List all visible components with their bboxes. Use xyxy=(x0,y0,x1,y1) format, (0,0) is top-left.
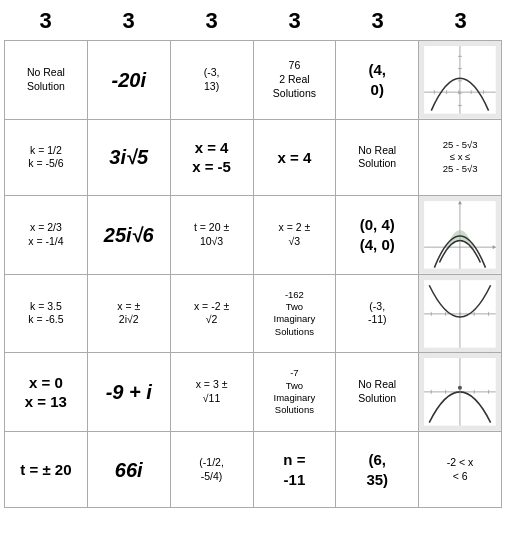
cell-r4-c5 xyxy=(419,353,502,432)
cell-text-r2-c0: x = 2/3 x = -1/4 xyxy=(28,221,63,248)
cell-text-r0-c1: -20i xyxy=(112,67,146,93)
cell-text-r1-c1: 3i√5 xyxy=(109,144,148,170)
cell-text-r3-c1: x = ± 2i√2 xyxy=(117,300,140,327)
cell-r2-c4: (0, 4) (4, 0) xyxy=(336,196,419,275)
cell-r3-c0: k = 3.5 k = -6.5 xyxy=(5,275,88,354)
cell-r2-c2: t = 20 ± 10√3 xyxy=(171,196,254,275)
cell-r1-c0: k = 1/2 k = -5/6 xyxy=(5,120,88,196)
cell-r3-c4: (-3, -11) xyxy=(336,275,419,354)
cell-r1-c4: No Real Solution xyxy=(336,120,419,196)
cell-r5-c2: (-1/2, -5/4) xyxy=(171,432,254,508)
bingo-card: 333333 No Real Solution-20i(-3, 13)76 2 … xyxy=(0,0,506,512)
cell-r4-c0: x = 0 x = 13 xyxy=(5,353,88,432)
cell-r2-c1: 25i√6 xyxy=(88,196,171,275)
cell-text-r4-c4: No Real Solution xyxy=(358,378,396,405)
cell-text-r5-c1: 66i xyxy=(115,457,143,483)
cell-text-r3-c2: x = -2 ± √2 xyxy=(194,300,229,327)
cell-r0-c1: -20i xyxy=(88,41,171,120)
cell-text-r5-c2: (-1/2, -5/4) xyxy=(199,456,224,483)
cell-r4-c3: -7 Two Imaginary Solutions xyxy=(254,353,337,432)
cell-r4-c4: No Real Solution xyxy=(336,353,419,432)
cell-r0-c0: No Real Solution xyxy=(5,41,88,120)
svg-point-38 xyxy=(458,386,462,390)
cell-text-r2-c2: t = 20 ± 10√3 xyxy=(194,221,229,248)
cell-r4-c2: x = 3 ± √11 xyxy=(171,353,254,432)
header-3: 3 xyxy=(253,6,336,36)
cell-r5-c0: t = ± 20 xyxy=(5,432,88,508)
cell-text-r3-c3: -162 Two Imaginary Solutions xyxy=(274,289,316,338)
cell-text-r4-c0: x = 0 x = 13 xyxy=(25,373,67,412)
cell-r5-c1: 66i xyxy=(88,432,171,508)
cell-text-r5-c5: -2 < x < 6 xyxy=(447,456,474,483)
cell-text-r1-c3: x = 4 xyxy=(278,148,312,168)
cell-text-r2-c3: x = 2 ± √3 xyxy=(279,221,311,248)
cell-r5-c4: (6, 35) xyxy=(336,432,419,508)
cell-r2-c0: x = 2/3 x = -1/4 xyxy=(5,196,88,275)
cell-r4-c1: -9 + i xyxy=(88,353,171,432)
cell-r1-c1: 3i√5 xyxy=(88,120,171,196)
header-5: 3 xyxy=(419,6,502,36)
cell-text-r1-c4: No Real Solution xyxy=(358,144,396,171)
cell-r0-c5 xyxy=(419,41,502,120)
cell-text-r0-c2: (-3, 13) xyxy=(204,66,220,93)
cell-text-r4-c3: -7 Two Imaginary Solutions xyxy=(274,367,316,416)
cell-r1-c5: 25 - 5√3 ≤ x ≤ 25 - 5√3 xyxy=(419,120,502,196)
header-2: 3 xyxy=(170,6,253,36)
cell-text-r1-c0: k = 1/2 k = -5/6 xyxy=(28,144,63,171)
cell-text-r0-c4: (4, 0) xyxy=(368,60,386,99)
cell-text-r5-c4: (6, 35) xyxy=(366,450,388,489)
cell-r2-c5 xyxy=(419,196,502,275)
cell-r3-c2: x = -2 ± √2 xyxy=(171,275,254,354)
header-0: 3 xyxy=(4,6,87,36)
cell-text-r5-c0: t = ± 20 xyxy=(20,460,71,480)
cell-text-r3-c0: k = 3.5 k = -6.5 xyxy=(28,300,63,327)
cell-r1-c3: x = 4 xyxy=(254,120,337,196)
cell-text-r1-c5: 25 - 5√3 ≤ x ≤ 25 - 5√3 xyxy=(443,139,478,176)
cell-r1-c2: x = 4 x = -5 xyxy=(171,120,254,196)
cell-r3-c5 xyxy=(419,275,502,354)
cell-r0-c3: 76 2 Real Solutions xyxy=(254,41,337,120)
header-4: 3 xyxy=(336,6,419,36)
cell-text-r4-c1: -9 + i xyxy=(106,379,152,405)
cell-r0-c2: (-3, 13) xyxy=(171,41,254,120)
cell-r3-c3: -162 Two Imaginary Solutions xyxy=(254,275,337,354)
cell-text-r0-c0: No Real Solution xyxy=(7,66,85,93)
cell-text-r2-c1: 25i√6 xyxy=(104,222,154,248)
grid: No Real Solution-20i(-3, 13)76 2 Real So… xyxy=(4,40,502,508)
header-row: 333333 xyxy=(4,4,502,38)
header-1: 3 xyxy=(87,6,170,36)
cell-text-r3-c4: (-3, -11) xyxy=(368,300,387,327)
cell-text-r4-c2: x = 3 ± √11 xyxy=(196,378,228,405)
cell-r3-c1: x = ± 2i√2 xyxy=(88,275,171,354)
cell-r5-c5: -2 < x < 6 xyxy=(419,432,502,508)
cell-r5-c3: n = -11 xyxy=(254,432,337,508)
cell-r0-c4: (4, 0) xyxy=(336,41,419,120)
cell-text-r0-c3: 76 2 Real Solutions xyxy=(273,59,316,100)
cell-text-r2-c4: (0, 4) (4, 0) xyxy=(360,215,395,254)
cell-r2-c3: x = 2 ± √3 xyxy=(254,196,337,275)
cell-text-r5-c3: n = -11 xyxy=(283,450,305,489)
cell-text-r1-c2: x = 4 x = -5 xyxy=(192,138,231,177)
